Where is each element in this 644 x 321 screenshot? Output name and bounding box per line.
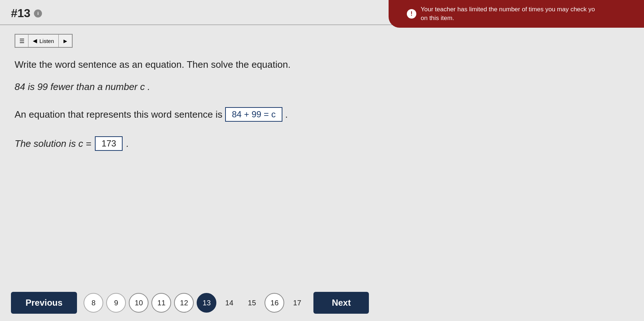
- page-button-10[interactable]: 10: [129, 293, 149, 313]
- page-button-11[interactable]: 11: [151, 293, 171, 313]
- listen-play-button[interactable]: ◀ Listen: [28, 35, 59, 47]
- listen-label: Listen: [39, 38, 54, 44]
- problem-number: #13 i: [11, 7, 42, 20]
- solution-period: .: [126, 138, 129, 149]
- equation-prefix: An equation that represents this word se…: [15, 109, 222, 120]
- content-area: ☰ ◀ Listen ▶ Write the word sentence as …: [0, 25, 644, 180]
- equation-box: 84 + 99 = c: [225, 107, 282, 122]
- warning-text: Your teacher has limited the number of t…: [421, 5, 595, 23]
- page-button-15[interactable]: 15: [242, 293, 262, 313]
- problem-number-text: #13: [11, 7, 30, 20]
- page-button-8[interactable]: 8: [84, 293, 103, 313]
- next-button[interactable]: Next: [313, 292, 369, 314]
- page-button-13[interactable]: 13: [197, 293, 216, 313]
- solution-prefix: The solution is c =: [15, 138, 91, 149]
- warning-icon: !: [407, 9, 416, 19]
- warning-banner: ! Your teacher has limited the number of…: [389, 0, 644, 28]
- listen-bar: ☰ ◀ Listen ▶: [15, 34, 73, 48]
- instruction-text: Write the word sentence as an equation. …: [15, 58, 629, 71]
- page-container: #13 i ! Your teacher has limited the num…: [0, 0, 644, 321]
- listen-menu-button[interactable]: ☰: [15, 35, 28, 47]
- page-button-16[interactable]: 16: [265, 293, 284, 313]
- speaker-icon: ◀: [33, 38, 37, 44]
- previous-button[interactable]: Previous: [11, 292, 77, 314]
- equation-line: An equation that represents this word se…: [15, 107, 629, 122]
- page-button-12[interactable]: 12: [174, 293, 194, 313]
- header-bar: #13 i ! Your teacher has limited the num…: [0, 0, 644, 25]
- solution-box: 173: [95, 136, 123, 151]
- info-icon[interactable]: i: [34, 9, 42, 17]
- problem-text: 84 is 99 fewer than a number c .: [15, 81, 629, 93]
- nav-bar: Previous 8 9 10 11 12 13 14 15 16 17 Nex…: [0, 285, 644, 321]
- page-button-9[interactable]: 9: [106, 293, 126, 313]
- page-button-14[interactable]: 14: [219, 293, 239, 313]
- solution-line: The solution is c = 173 .: [15, 136, 629, 151]
- equation-period: .: [285, 109, 288, 120]
- page-button-17[interactable]: 17: [287, 293, 307, 313]
- listen-forward-button[interactable]: ▶: [59, 35, 72, 47]
